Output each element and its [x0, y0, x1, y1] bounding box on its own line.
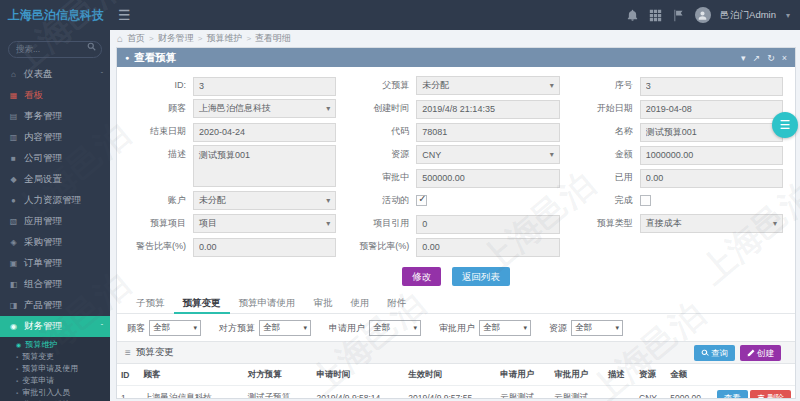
field-label: 账户: [129, 191, 193, 210]
sidebar: ⌂仪表盘ˇ ▦看板 ▤事务管理 ▥内容管理 ■公司管理 ◆全局设置 ●人力资源管…: [0, 30, 110, 401]
id-input[interactable]: [193, 77, 336, 96]
filter-label: 对方预算: [219, 322, 255, 335]
hr-icon: ●: [7, 196, 20, 205]
breadcrumb-view-detail[interactable]: 查看明细: [255, 32, 291, 45]
sidebar-item-label: 事务管理: [24, 110, 62, 123]
sidebar-item-affairs[interactable]: ▤事务管理: [0, 106, 110, 127]
create-time-input[interactable]: [416, 100, 559, 119]
start-date-input[interactable]: [640, 100, 783, 119]
warn-ratio-input[interactable]: [193, 238, 336, 257]
sidebar-item-dashboard[interactable]: ⌂仪表盘ˇ: [0, 64, 110, 85]
sidebar-item-label: 仪表盘: [24, 68, 53, 81]
field-label: 审批中: [352, 168, 416, 187]
view-row-button[interactable]: 查看: [717, 390, 748, 399]
submenu-item-budget-change[interactable]: ▪预算变更: [0, 351, 110, 363]
budget-type-value: 直接成本: [646, 217, 682, 230]
tab-budget-apply-use[interactable]: 预算申请使用: [230, 292, 305, 314]
tab-sub-budget[interactable]: 子预算: [127, 292, 174, 314]
kanban-icon: ▦: [7, 91, 20, 100]
tab-attachments[interactable]: 附件: [379, 292, 416, 314]
apply-user-filter-select[interactable]: 全部▾: [369, 320, 421, 336]
user-menu-caret-icon[interactable]: ▾: [786, 11, 790, 20]
table-row[interactable]: 1 上海邑泊信息科技 测试子预算 2019/4/9 9:58:14 2019/4…: [117, 386, 795, 400]
other-budget-filter-select[interactable]: 全部▾: [259, 320, 311, 336]
username-label[interactable]: 邑泊门Admin: [721, 9, 776, 22]
menu-toggle-icon[interactable]: ☰: [118, 7, 131, 23]
submenu-item-budget-apply-use[interactable]: ▪预算申请及使用: [0, 363, 110, 375]
delete-row-button[interactable]: 删除: [750, 390, 791, 399]
seq-input[interactable]: [640, 77, 783, 96]
breadcrumb-budget-maintain[interactable]: 预算维护: [206, 32, 242, 45]
floating-menu-button[interactable]: ☰: [772, 112, 798, 138]
customer-select[interactable]: 上海邑泊信息科技▾: [193, 99, 336, 118]
tab-budget-change[interactable]: 预算变更: [174, 292, 230, 314]
query-button[interactable]: 查询: [694, 345, 735, 361]
breadcrumb-home[interactable]: 首页: [127, 32, 145, 45]
tab-approval[interactable]: 审批: [305, 292, 342, 314]
budget-type-select[interactable]: 直接成本▾: [640, 214, 783, 233]
breadcrumb-finance[interactable]: 财务管理: [158, 32, 194, 45]
flag-icon[interactable]: [672, 9, 685, 22]
alert-ratio-input[interactable]: [416, 238, 559, 257]
apps-grid-icon[interactable]: [649, 9, 662, 22]
sidebar-item-portfolio[interactable]: ◧组合管理: [0, 274, 110, 295]
bell-icon[interactable]: [626, 9, 639, 22]
sidebar-item-finance[interactable]: ◉财务管理ˆ: [0, 316, 110, 337]
sidebar-item-apps[interactable]: ▧应用管理: [0, 211, 110, 232]
expand-icon[interactable]: ↗: [753, 53, 761, 63]
description-textarea[interactable]: 测试预算001: [193, 145, 336, 187]
used-input[interactable]: [640, 169, 783, 188]
sidebar-item-company[interactable]: ■公司管理: [0, 148, 110, 169]
user-avatar[interactable]: [695, 7, 711, 23]
customer-filter-select[interactable]: 全部▾: [149, 320, 201, 336]
active-checkbox[interactable]: [416, 195, 427, 206]
finished-checkbox[interactable]: [640, 195, 651, 206]
cell-apply-time: 2019/4/9 9:58:14: [312, 386, 404, 400]
account-select[interactable]: 未分配▾: [193, 191, 336, 210]
sidebar-item-kanban[interactable]: ▦看板: [0, 85, 110, 106]
field-label: 警告比率(%): [129, 237, 193, 256]
app-logo[interactable]: 上海邑泊信息科技: [0, 0, 110, 30]
submenu-item-budget-maintain[interactable]: ◉预算维护: [0, 339, 110, 351]
sidebar-item-content[interactable]: ▥内容管理: [0, 127, 110, 148]
code-input[interactable]: [416, 123, 559, 142]
modify-button[interactable]: 修改: [402, 267, 441, 286]
filter-label: 审批用户: [439, 322, 475, 335]
submenu-item-approve-staff[interactable]: ▪审批引入人员: [0, 387, 110, 399]
cell-effect-time: 2019/4/9 9:57:55: [404, 386, 496, 400]
bullet-icon: ◉: [16, 341, 21, 348]
submenu-item-change-apply[interactable]: ▪变革申请: [0, 375, 110, 387]
resource-filter-select[interactable]: 全部▾: [571, 320, 623, 336]
sidebar-item-hr[interactable]: ●人力资源管理: [0, 190, 110, 211]
back-to-list-button[interactable]: 返回列表: [452, 267, 510, 286]
sidebar-item-orders[interactable]: ▣订单管理: [0, 253, 110, 274]
parent-budget-value: 未分配: [422, 79, 449, 92]
amount-input[interactable]: [640, 146, 783, 165]
budget-form: ID: 顾客上海邑泊信息科技▾ 结束日期 描述测试预算001 账户未分配▾ 预算…: [117, 67, 795, 262]
cell-other-budget: 测试子预算: [244, 386, 313, 400]
col-customer: 顾客: [140, 364, 244, 386]
approving-amount-input[interactable]: [416, 169, 559, 188]
budget-item-select[interactable]: 项目▾: [193, 214, 336, 233]
parent-budget-select[interactable]: 未分配▾: [416, 76, 559, 95]
orders-icon: ▣: [7, 259, 20, 268]
tab-usage[interactable]: 使用: [342, 292, 379, 314]
field-label: 活动的: [352, 191, 416, 210]
sidebar-item-global-settings[interactable]: ◆全局设置: [0, 169, 110, 190]
refresh-icon[interactable]: ↻: [767, 53, 775, 63]
item-ref-input[interactable]: [416, 215, 559, 234]
approve-user-filter-select[interactable]: 全部▾: [479, 320, 531, 336]
end-date-input[interactable]: [193, 123, 336, 142]
sidebar-item-products[interactable]: ◨产品管理: [0, 295, 110, 316]
collapse-icon[interactable]: ▾: [741, 53, 746, 63]
close-icon[interactable]: ×: [782, 53, 787, 63]
panel-bullet-icon: ●: [125, 54, 129, 61]
sidebar-item-procurement[interactable]: ◈采购管理: [0, 232, 110, 253]
create-button[interactable]: 创建: [740, 345, 781, 361]
search-icon: [701, 349, 709, 357]
company-icon: ■: [7, 154, 20, 163]
submenu-item-label: 变革申请: [22, 375, 54, 386]
name-input[interactable]: [640, 123, 783, 142]
affairs-icon: ▤: [7, 112, 20, 121]
resource-currency-select[interactable]: CNY▾: [416, 145, 559, 164]
